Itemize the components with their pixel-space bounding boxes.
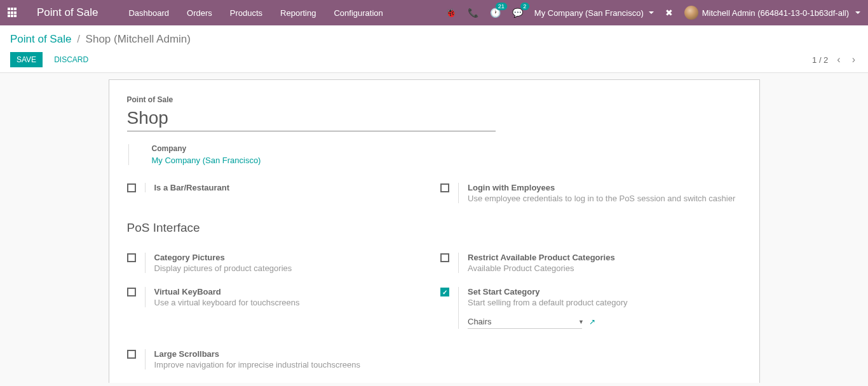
virtual-keyboard-title: Virtual KeyBoard xyxy=(154,287,428,296)
login-employees-title: Login with Employees xyxy=(468,183,742,192)
control-bar: Point of Sale / Shop (Mitchell Admin) SA… xyxy=(0,25,868,73)
control-row: SAVE DISCARD 1 / 2 ‹ › xyxy=(10,52,858,67)
settings-row-2: Category Pictures Display pictures of pr… xyxy=(127,253,742,343)
settings-row-1: Is a Bar/Restaurant Login with Employees… xyxy=(127,183,742,217)
breadcrumb-root[interactable]: Point of Sale xyxy=(10,33,71,45)
topbar-right: 🐞 📞 🕐21 💬2 My Company (San Francisco) ✖ … xyxy=(445,6,860,20)
chevron-down-icon[interactable]: ▼ xyxy=(578,319,584,325)
user-name: Mitchell Admin (664841-13-0-1b63df-all) xyxy=(702,8,849,18)
restrict-categories-title: Restrict Available Product Categories xyxy=(468,253,742,262)
start-category-dropdown-row: ▼ ↗ xyxy=(468,315,742,329)
title-input[interactable] xyxy=(127,107,496,131)
checkbox-large-scrollbars[interactable] xyxy=(127,350,136,359)
login-employees-desc: Use employee credentials to log in to th… xyxy=(468,194,742,203)
nav-orders[interactable]: Orders xyxy=(184,8,215,18)
restrict-categories-desc: Available Product Categories xyxy=(468,263,742,273)
tools-icon[interactable]: ✖ xyxy=(665,8,673,18)
settings-col-left-3: Large Scrollbars Improve navigation for … xyxy=(127,349,428,383)
app-title[interactable]: Point of Sale xyxy=(37,6,98,19)
nav-reporting[interactable]: Reporting xyxy=(278,8,318,18)
activities-badge: 21 xyxy=(496,3,507,10)
virtual-keyboard-desc: Use a virtual keyboard for touchscreens xyxy=(154,298,428,307)
setting-virtual-keyboard: Virtual KeyBoard Use a virtual keyboard … xyxy=(127,287,428,307)
large-scrollbars-desc: Improve navigation for imprecise industr… xyxy=(154,360,428,369)
heading-pos-interface: PoS Interface xyxy=(127,221,742,235)
settings-col-left-2: Category Pictures Display pictures of pr… xyxy=(127,253,428,343)
save-button[interactable]: SAVE xyxy=(10,52,43,67)
form-scroll-area[interactable]: Point of Sale Company My Company (San Fr… xyxy=(0,73,868,383)
messages-badge: 2 xyxy=(520,3,529,10)
checkbox-login-employees[interactable] xyxy=(440,183,449,192)
breadcrumb: Point of Sale / Shop (Mitchell Admin) xyxy=(10,33,858,46)
checkbox-category-pictures[interactable] xyxy=(127,253,136,262)
setting-large-scrollbars: Large Scrollbars Improve navigation for … xyxy=(127,349,428,369)
breadcrumb-current: Shop (Mitchell Admin) xyxy=(86,33,191,45)
company-label: Company xyxy=(152,144,742,153)
nav-products[interactable]: Products xyxy=(227,8,265,18)
title-label: Point of Sale xyxy=(127,95,742,104)
topbar-left: Point of Sale Dashboard Orders Products … xyxy=(8,6,386,19)
category-pictures-desc: Display pictures of product categories xyxy=(154,263,428,273)
start-category-desc: Start selling from a default product cat… xyxy=(468,298,742,307)
company-block: Company My Company (San Francisco) xyxy=(128,144,742,165)
settings-col-left-1: Is a Bar/Restaurant xyxy=(127,183,428,217)
setting-login-employees: Login with Employees Use employee creden… xyxy=(440,183,742,203)
button-row: SAVE DISCARD xyxy=(10,52,93,67)
pager: 1 / 2 ‹ › xyxy=(812,53,858,67)
pager-prev[interactable]: ‹ xyxy=(834,53,843,67)
nav-dashboard[interactable]: Dashboard xyxy=(126,8,172,18)
avatar xyxy=(684,6,698,20)
top-navbar: Point of Sale Dashboard Orders Products … xyxy=(0,0,868,25)
user-menu[interactable]: Mitchell Admin (664841-13-0-1b63df-all) xyxy=(684,6,860,20)
setting-bar-restaurant: Is a Bar/Restaurant xyxy=(127,183,428,192)
checkbox-bar-restaurant[interactable] xyxy=(127,183,136,192)
company-selector[interactable]: My Company (San Francisco) xyxy=(534,8,654,18)
company-link[interactable]: My Company (San Francisco) xyxy=(152,156,742,165)
category-pictures-title: Category Pictures xyxy=(154,253,428,262)
settings-col-right-1: Login with Employees Use employee creden… xyxy=(440,183,742,217)
bar-restaurant-title: Is a Bar/Restaurant xyxy=(154,183,428,192)
setting-start-category: Set Start Category Start selling from a … xyxy=(440,287,742,329)
start-category-title: Set Start Category xyxy=(468,287,742,296)
setting-restrict-categories: Restrict Available Product Categories Av… xyxy=(440,253,742,273)
external-link-icon[interactable]: ↗ xyxy=(589,317,595,326)
phone-icon[interactable]: 📞 xyxy=(468,8,478,18)
messages-icon[interactable]: 💬2 xyxy=(512,8,523,18)
checkbox-start-category[interactable] xyxy=(440,288,449,296)
activities-icon[interactable]: 🕐21 xyxy=(490,8,501,18)
settings-row-3: Large Scrollbars Improve navigation for … xyxy=(127,349,742,383)
settings-col-right-3 xyxy=(440,349,742,383)
discard-button[interactable]: DISCARD xyxy=(49,52,93,67)
setting-category-pictures: Category Pictures Display pictures of pr… xyxy=(127,253,428,273)
breadcrumb-separator: / xyxy=(77,33,80,45)
apps-icon[interactable] xyxy=(8,8,18,18)
settings-col-right-2: Restrict Available Product Categories Av… xyxy=(440,253,742,343)
checkbox-restrict-categories[interactable] xyxy=(440,253,449,262)
nav-configuration[interactable]: Configuration xyxy=(331,8,385,18)
large-scrollbars-title: Large Scrollbars xyxy=(154,349,428,359)
start-category-input[interactable] xyxy=(468,315,582,329)
pager-next[interactable]: › xyxy=(850,53,858,67)
pager-text: 1 / 2 xyxy=(812,55,828,65)
form-sheet: Point of Sale Company My Company (San Fr… xyxy=(109,79,760,383)
debug-icon[interactable]: 🐞 xyxy=(445,8,456,18)
checkbox-virtual-keyboard[interactable] xyxy=(127,288,136,296)
